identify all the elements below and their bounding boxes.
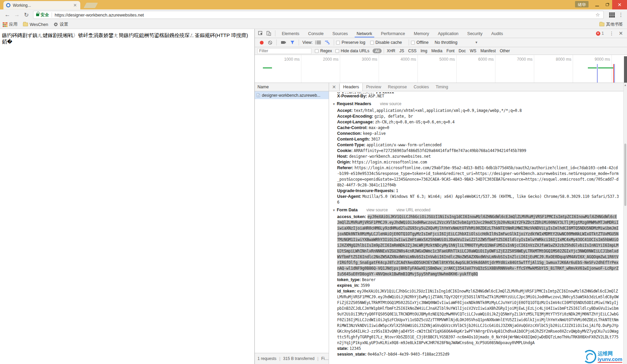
form-field-session-state: session_state: 0e46a7c7-b8d4-4e39-9403-f…	[337, 352, 619, 357]
apps-shortcut[interactable]: 应用	[3, 22, 18, 27]
forward-icon[interactable]: →	[12, 11, 22, 18]
error-count[interactable]: 1	[602, 31, 604, 36]
screenshot-icon[interactable]	[281, 40, 286, 44]
list-view-icon[interactable]	[317, 40, 321, 45]
tab-network[interactable]: Network	[355, 30, 374, 37]
view-source-link[interactable]: view source	[380, 101, 401, 107]
tab-close-icon[interactable]: ✕	[73, 3, 78, 8]
view-url-encoded-link[interactable]: view URL encoded	[397, 207, 430, 213]
tab-preview[interactable]: Preview	[363, 83, 384, 91]
browser-window: Working... ✕ 绪华 ✕ ← → ↻ 安全 https://desig…	[0, 0, 627, 364]
overview-scrollbar[interactable]	[624, 56, 627, 83]
request-headers-section[interactable]: ▼ Request Headers view source	[332, 101, 619, 107]
filter-type-css[interactable]: CSS	[408, 49, 417, 53]
tab-timing[interactable]: Timing	[432, 83, 452, 91]
error-badge-icon[interactable]: ✕	[596, 31, 600, 36]
requests-count: 1 requests	[257, 356, 276, 361]
filter-type-manifest[interactable]: Manifest	[481, 49, 496, 53]
filter-type-js[interactable]: JS	[400, 49, 404, 53]
scrollbar-thumb[interactable]	[624, 144, 626, 206]
tab-security[interactable]: Security	[465, 30, 485, 37]
back-icon[interactable]: ←	[3, 11, 12, 18]
tab-memory[interactable]: Memory	[412, 30, 431, 37]
minimize-button[interactable]	[592, 0, 602, 9]
window-close-button[interactable]: ✕	[612, 0, 627, 9]
timeline-tick: 5000 ms	[428, 57, 455, 62]
network-overview[interactable]: 1000 ms 2000 ms 3000 ms 4000 ms 5000 ms …	[255, 55, 627, 83]
chevron-down-icon[interactable]: ▼	[475, 41, 478, 44]
filter-type-ws[interactable]: WS	[470, 49, 476, 53]
bookmark-settings[interactable]: 设置	[54, 22, 68, 27]
disable-cache-checkbox[interactable]: Disable cache	[370, 40, 402, 45]
filter-type-doc[interactable]: Doc	[459, 49, 466, 53]
bookmark-star-icon[interactable]: ☆	[595, 12, 601, 18]
new-tab-button[interactable]	[84, 3, 98, 8]
tab-application[interactable]: Application	[436, 30, 460, 37]
checkbox-icon	[336, 41, 340, 44]
tab-audits[interactable]: Audits	[489, 30, 505, 37]
filter-type-xhr[interactable]: XHR	[387, 49, 395, 53]
offline-checkbox[interactable]: Offline	[411, 40, 429, 45]
headers-content[interactable]: X-AspNet-Version: 4.0.30319 X-Powered-By…	[329, 91, 627, 364]
request-row-selected[interactable]: designer-workbench.azureweb...	[255, 91, 329, 99]
record-button[interactable]	[260, 41, 264, 44]
filter-type-other[interactable]: Other	[500, 49, 510, 53]
triangle-down-icon[interactable]: ▼	[332, 207, 335, 213]
tab-sources[interactable]: Sources	[330, 30, 350, 37]
filter-type-img[interactable]: Img	[420, 49, 427, 53]
devtools-close-icon[interactable]: ✕	[619, 30, 623, 36]
regex-checkbox[interactable]: Regex	[315, 49, 332, 53]
address-bar[interactable]: 安全 https://designer-workbench.azurewebsi…	[33, 11, 604, 19]
devtools-menu-icon[interactable]: ⋮	[609, 31, 614, 36]
preserve-log-checkbox[interactable]: Preserve log	[336, 40, 365, 45]
restore-button[interactable]	[602, 0, 612, 9]
chrome-menu-icon[interactable]: ⋮	[618, 12, 624, 18]
checkbox-icon	[335, 49, 339, 53]
tab-response[interactable]: Response	[384, 83, 410, 91]
clear-icon[interactable]	[268, 40, 272, 45]
form-data-section[interactable]: ▼ Form Data view source view URL encoded	[332, 207, 619, 213]
filter-input[interactable]	[257, 48, 311, 54]
inspect-element-icon[interactable]	[257, 30, 264, 37]
navigation-bar: ← → ↻ 安全 https://designer-workbench.azur…	[0, 9, 627, 20]
network-filter-row: Regex Hide data URLs All XHR JS CSS Img …	[255, 47, 627, 55]
refresh-icon[interactable]: ↻	[22, 11, 31, 19]
url-text[interactable]: https://designer-workbench.azurewebsites…	[55, 12, 595, 18]
triangle-down-icon[interactable]: ▼	[332, 101, 335, 107]
folder-icon	[23, 23, 28, 26]
close-detail-icon[interactable]: ✕	[329, 84, 339, 90]
extension-icon[interactable]	[609, 12, 615, 18]
security-indicator[interactable]: 安全	[36, 12, 49, 18]
detail-scrollbar[interactable]: ▲	[623, 83, 627, 364]
finish-time: Fi…	[321, 356, 329, 361]
header-row: Connection: keep-alive	[337, 131, 619, 136]
view-source-link[interactable]: view source	[366, 207, 388, 213]
browser-tab[interactable]: Working... ✕	[3, 1, 80, 9]
filter-type-media[interactable]: Media	[431, 49, 442, 53]
bookmark-weschen[interactable]: WesChen	[23, 22, 48, 27]
filter-type-all[interactable]: All	[373, 49, 382, 53]
tab-headers[interactable]: Headers	[339, 83, 363, 91]
bookmarks-bar: 应用 WesChen 设置 其他书签	[0, 20, 627, 29]
device-toolbar-icon[interactable]	[265, 30, 272, 37]
tab-elements[interactable]: Elements	[280, 30, 301, 37]
checkbox-icon	[370, 41, 374, 44]
header-row: Origin: https://login.microsoftonline.co…	[337, 159, 619, 165]
header-row: User-Agent: Mozilla/5.0 (Windows NT 6.3;…	[337, 194, 619, 205]
overview-toggle-icon[interactable]	[325, 40, 330, 45]
scroll-up-icon[interactable]: ▲	[624, 83, 627, 87]
other-bookmarks[interactable]: 其他书签	[599, 22, 623, 27]
network-toolbar: View: Preserve log Disable cache Offline…	[255, 38, 627, 47]
name-column-header[interactable]: Name	[255, 83, 329, 91]
tab-performance[interactable]: Performance	[379, 30, 407, 37]
filter-type-font[interactable]: Font	[446, 49, 455, 53]
timeline-tick: 3000 ms	[350, 57, 377, 62]
hide-data-urls-checkbox[interactable]: Hide data URLs	[335, 49, 370, 53]
tab-cookies[interactable]: Cookies	[410, 83, 432, 91]
form-field-state: state: 12345	[337, 346, 619, 352]
throttling-select[interactable]: No throttling	[435, 40, 457, 45]
apps-grid-icon	[3, 22, 7, 27]
tab-console[interactable]: Console	[306, 30, 326, 37]
filter-icon[interactable]	[290, 40, 295, 44]
request-detail-pane: ✕ Headers Preview Response Cookies Timin…	[329, 83, 627, 364]
